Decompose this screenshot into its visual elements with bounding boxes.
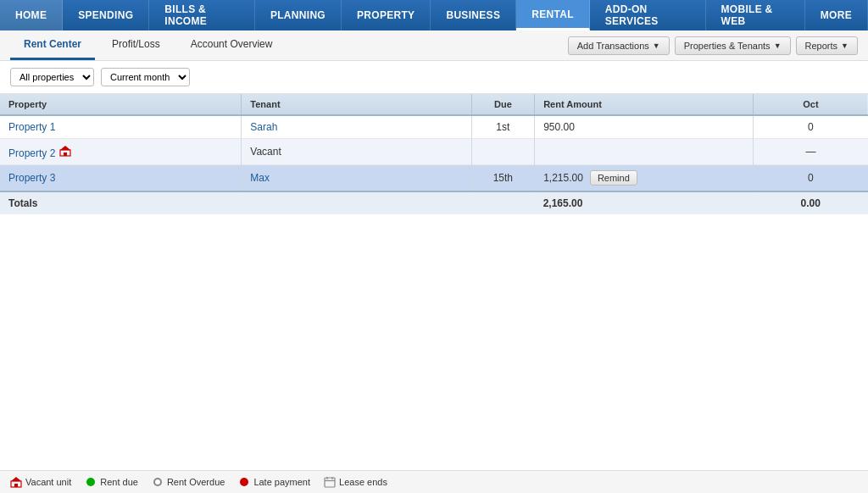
dropdown-arrow-icon: ▼	[653, 42, 660, 50]
property-cell: Property 2	[0, 139, 242, 165]
property-link[interactable]: Property 1	[8, 121, 55, 133]
tenant-cell: Max	[242, 165, 471, 192]
legend-lease-ends-icon	[324, 476, 336, 488]
nav-item-business[interactable]: BUSINESS	[431, 0, 516, 30]
add-transactions-button[interactable]: Add Transactions ▼	[568, 36, 670, 55]
rent-table: PropertyTenantDueRent AmountOct Property…	[0, 94, 868, 214]
legend-lease-ends: Lease ends	[324, 476, 387, 488]
rent-amount-cell: 1,215.00Remind	[535, 165, 754, 192]
svg-rect-10	[325, 478, 335, 487]
totals-due-empty	[471, 191, 535, 214]
tenant-link[interactable]: Sarah	[250, 121, 277, 133]
nav-item-home[interactable]: HOME	[0, 0, 63, 30]
tenant-cell: Vacant	[242, 139, 471, 165]
nav-item-rental[interactable]: RENTAL	[516, 0, 590, 30]
legend-late-payment-icon	[238, 476, 250, 488]
col-header-property: Property	[0, 94, 242, 115]
due-cell: 1st	[471, 115, 535, 139]
legend-vacant-icon	[10, 476, 22, 488]
tenant-cell: Sarah	[242, 115, 471, 139]
property-link[interactable]: Property 2	[8, 147, 55, 159]
legend-bar: Vacant unitRent dueRent OverdueLate paym…	[0, 470, 868, 493]
svg-point-9	[240, 478, 248, 486]
table-row: Property 1Sarah1st950.000	[0, 115, 868, 139]
remind-button[interactable]: Remind	[590, 170, 637, 186]
nav-item-add-on-services[interactable]: ADD-ON SERVICES	[590, 0, 706, 30]
svg-rect-5	[14, 484, 18, 487]
oct-cell: 0	[753, 115, 868, 139]
property-cell: Property 1	[0, 115, 242, 139]
property-cell: Property 3	[0, 165, 242, 192]
reports-button[interactable]: Reports ▼	[796, 36, 858, 55]
svg-point-6	[86, 478, 95, 486]
svg-point-8	[155, 479, 160, 485]
legend-rent-overdue-label: Rent Overdue	[167, 477, 225, 487]
due-cell: 15th	[471, 165, 535, 192]
totals-label: Totals	[0, 191, 242, 214]
nav-item-planning[interactable]: PLANNING	[255, 0, 342, 30]
table-row: Property 3Max15th1,215.00Remind0	[0, 165, 868, 192]
rent-table-container: PropertyTenantDueRent AmountOct Property…	[0, 94, 868, 470]
svg-marker-1	[60, 146, 70, 150]
totals-empty-1	[242, 191, 471, 214]
legend-rent-due: Rent due	[85, 476, 138, 488]
properties-tenants-button[interactable]: Properties & Tenants ▼	[675, 36, 791, 55]
legend-lease-ends-label: Lease ends	[339, 477, 387, 487]
oct-cell: —	[753, 139, 868, 165]
sub-nav: Rent CenterProfit/LossAccount Overview A…	[0, 30, 868, 61]
rent-amount-cell: 950.00	[535, 115, 754, 139]
due-cell	[471, 139, 535, 165]
nav-item-bills---income[interactable]: BILLS & INCOME	[149, 0, 255, 30]
table-row: Property 2Vacant—	[0, 139, 868, 165]
legend-rent-due-icon	[85, 476, 97, 488]
toolbar: All properties Current month Last month …	[0, 61, 868, 94]
sub-tab-rent-center[interactable]: Rent Center	[10, 30, 95, 60]
totals-row: Totals2,165.000.00	[0, 191, 868, 214]
totals-oct: 0.00	[753, 191, 868, 214]
vacant-unit-icon	[58, 144, 72, 158]
legend-rent-due-label: Rent due	[100, 477, 138, 487]
nav-item-property[interactable]: PROPERTY	[342, 0, 431, 30]
col-header-tenant: Tenant	[242, 94, 471, 115]
rent-amount-cell	[535, 139, 754, 165]
sub-tab-profit-loss[interactable]: Profit/Loss	[98, 30, 174, 60]
tenant-link[interactable]: Max	[250, 172, 270, 184]
col-header-due: Due	[471, 94, 535, 115]
sub-tab-account-overview[interactable]: Account Overview	[177, 30, 287, 60]
top-nav: HOMESPENDINGBILLS & INCOMEPLANNINGPROPER…	[0, 0, 868, 30]
legend-rent-overdue: Rent Overdue	[152, 476, 225, 488]
oct-cell: 0	[753, 165, 868, 192]
legend-late-payment-label: Late payment	[253, 477, 310, 487]
nav-item-spending[interactable]: SPENDING	[63, 0, 149, 30]
date-filter-select[interactable]: Current month Last month Custom	[101, 68, 190, 86]
legend-late-payment: Late payment	[238, 476, 310, 488]
svg-marker-4	[11, 477, 21, 481]
col-header-rent amount: Rent Amount	[535, 94, 754, 115]
totals-rent-amount: 2,165.00	[535, 191, 754, 214]
col-header-oct: Oct	[753, 94, 868, 115]
svg-rect-2	[64, 152, 67, 156]
dropdown-arrow-icon: ▼	[841, 42, 849, 50]
nav-item-more[interactable]: MORE	[805, 0, 868, 30]
legend-vacant-label: Vacant unit	[25, 477, 71, 487]
property-link[interactable]: Property 3	[8, 172, 55, 184]
dropdown-arrow-icon: ▼	[774, 42, 782, 50]
legend-vacant: Vacant unit	[10, 476, 71, 488]
property-filter-select[interactable]: All properties	[10, 68, 94, 86]
nav-item-mobile---web[interactable]: MOBILE & WEB	[706, 0, 805, 30]
legend-rent-overdue-icon	[152, 476, 164, 488]
